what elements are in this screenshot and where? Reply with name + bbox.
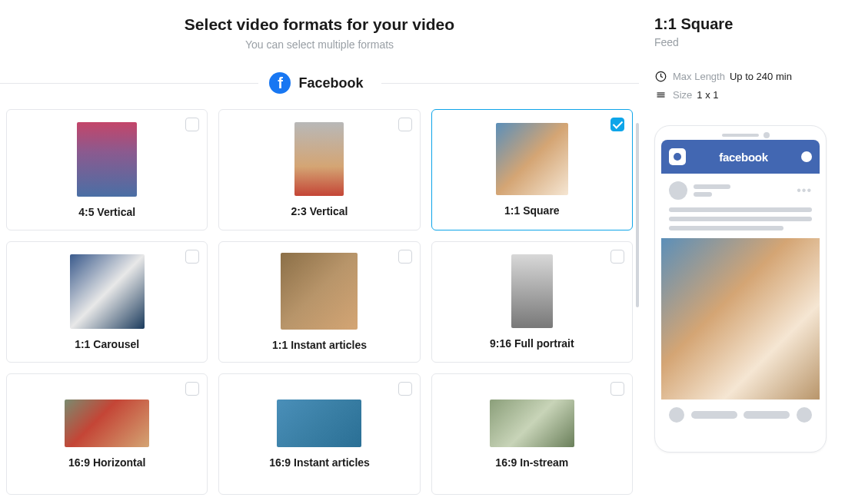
format-thumbnail [77,122,137,197]
size-icon [654,88,667,101]
format-card[interactable]: 2:3 Vertical [218,109,420,230]
detail-sidebar: 1:1 Square Feed Max Length Up to 240 min… [639,0,845,504]
clock-icon [654,70,667,82]
page-title: Select video formats for your video [6,15,633,34]
placeholder-line [694,184,730,189]
format-label: 1:1 Instant articles [272,339,367,351]
placeholder-line [694,192,712,197]
format-thumbnail [496,123,568,195]
format-thumbnail [511,254,553,328]
more-icon: ••• [797,184,812,197]
format-label: 2:3 Vertical [291,205,348,217]
placeholder-line [669,226,783,230]
format-card[interactable]: 4:5 Vertical [6,109,208,230]
format-card[interactable]: 16:9 In-stream [431,373,633,495]
facebook-icon [269,72,291,94]
format-label: 16:9 Instant articles [269,456,370,469]
spec-max-length: Max Length Up to 240 min [654,70,836,82]
format-card[interactable]: 16:9 Horizontal [6,373,208,495]
format-label: 1:1 Carousel [75,338,139,350]
spec-size: Size 1 x 1 [654,88,836,101]
format-checkbox[interactable] [398,382,412,396]
max-length-value: Up to 240 min [730,71,792,82]
format-card[interactable]: 1:1 Square [431,109,633,230]
format-checkbox[interactable] [610,382,624,396]
placeholder-pill [691,411,737,419]
format-checkbox[interactable] [185,382,199,396]
action-icon [797,407,812,423]
format-checkbox[interactable] [610,250,624,264]
platform-header: Facebook [6,72,633,94]
format-thumbnail [70,254,145,329]
phone-preview: facebook ••• [654,125,827,453]
format-label: 16:9 Horizontal [68,456,145,469]
post-meta [694,184,790,197]
camera-icon [669,148,686,165]
format-checkbox[interactable] [398,250,412,264]
format-grid: 4:5 Vertical2:3 Vertical1:1 Square1:1 Ca… [6,109,633,495]
format-thumbnail [277,400,361,447]
format-card[interactable]: 1:1 Carousel [6,241,208,363]
format-checkbox[interactable] [398,118,412,131]
preview-topbar: facebook [661,140,820,174]
format-label: 9:16 Full portrait [490,337,574,350]
post-footer [661,400,820,430]
preview-brand: facebook [719,151,767,164]
format-label: 16:9 In-stream [495,456,568,469]
format-checkbox[interactable] [610,118,624,131]
format-thumbnail [281,253,358,330]
max-length-label: Max Length [673,71,725,82]
messenger-icon [801,151,812,162]
detail-title: 1:1 Square [654,15,836,33]
format-card[interactable]: 1:1 Instant articles [218,241,420,363]
phone-notch [722,134,759,137]
format-thumbnail [294,122,344,196]
format-thumbnail [490,400,574,447]
post-header: ••• [661,174,820,207]
format-selection-panel: Select video formats for your video You … [0,0,639,504]
format-checkbox[interactable] [185,250,199,264]
size-label: Size [673,89,692,101]
format-thumbnail [65,400,149,447]
page-subtitle: You can select multiple formats [6,38,633,51]
format-card[interactable]: 9:16 Full portrait [431,241,633,363]
format-label: 1:1 Square [504,204,560,217]
placeholder-pill [744,411,790,419]
detail-subtitle: Feed [654,36,836,48]
format-label: 4:5 Vertical [78,206,135,218]
header: Select video formats for your video You … [6,15,633,51]
size-value: 1 x 1 [697,89,718,101]
reaction-icon [669,407,684,423]
avatar [669,181,687,200]
placeholder-line [669,207,812,212]
platform-name: Facebook [298,75,369,91]
format-checkbox[interactable] [185,118,199,131]
format-card[interactable]: 16:9 Instant articles [218,373,420,495]
post-image [661,238,820,400]
post-body [661,207,820,238]
placeholder-line [669,217,812,221]
